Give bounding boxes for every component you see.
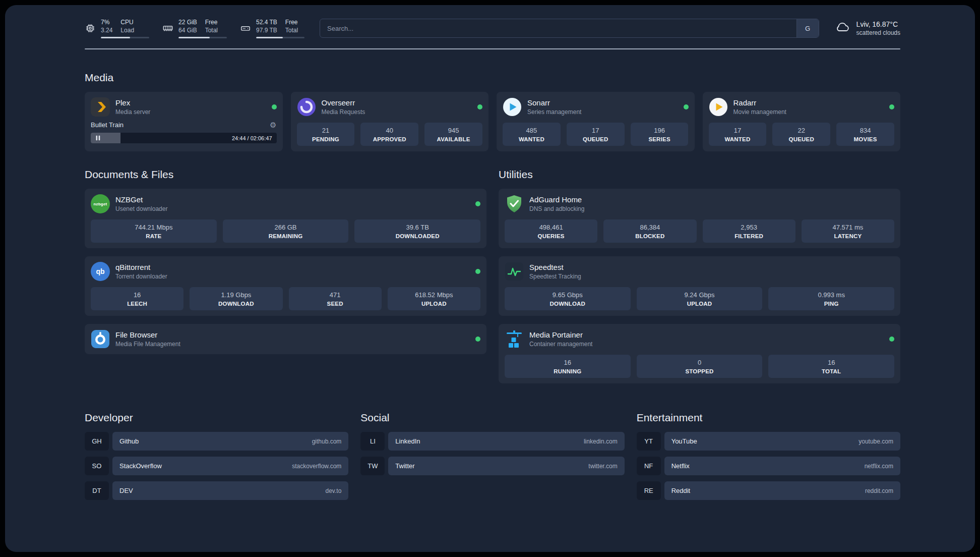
app-card-portainer[interactable]: Media Portainer Container management 16 … (499, 324, 900, 383)
stat-upload: 9.24 Gbps UPLOAD (637, 287, 763, 310)
bookmark-name: Github (119, 437, 139, 445)
bookmark-name: StackOverflow (119, 462, 162, 470)
bookmark-abbr: YT (637, 432, 661, 451)
app-card-filebrowser[interactable]: File Browser Media File Management (85, 324, 486, 354)
bookmark-name: LinkedIn (395, 437, 420, 445)
status-dot (272, 104, 277, 109)
app-name: qBittorrent (115, 263, 167, 271)
app-desc: DNS and adblocking (529, 205, 584, 212)
disk-label: Free (285, 18, 298, 26)
pause-icon[interactable] (95, 135, 101, 141)
seek-bar[interactable]: 24:44 / 02:06:47 (91, 133, 277, 143)
ram-label: Free (205, 18, 218, 26)
now-playing-title: Bullet Train (91, 121, 124, 129)
disk-progress-bar (256, 37, 304, 38)
bookmark-abbr: GH (85, 432, 109, 451)
bookmark-abbr: LI (360, 432, 385, 451)
section-title-documents: Documents & Files (85, 169, 486, 181)
topbar-divider (85, 48, 900, 49)
app-card-radarr[interactable]: Radarr Movie management 17 WANTED 22 QUE… (703, 92, 901, 151)
bookmark-twitter[interactable]: TW Twitter twitter.com (360, 457, 624, 475)
bookmark-name: Reddit (671, 487, 691, 494)
section-utilities: Utilities (499, 169, 900, 383)
stat-approved: 40 APPROVED (360, 123, 418, 146)
bookmark-stackoverflow[interactable]: SO StackOverflow stackoverflow.com (85, 457, 348, 475)
app-card-speedtest[interactable]: Speedtest Speedtest Tracking 9.65 Gbps D… (499, 256, 900, 316)
stat-leech: 16 LEECH (91, 287, 183, 310)
cpu-usage-widget: 7% 3.24 CPU Load (85, 18, 149, 38)
settings-gear-icon[interactable]: ⚙ (270, 121, 276, 129)
cloud-icon (834, 19, 850, 37)
app-desc: Usenet downloader (115, 205, 167, 212)
app-name: Overseerr (322, 98, 365, 107)
stat-seed: 471 SEED (289, 287, 382, 310)
app-desc: Movie management (733, 108, 786, 116)
bookmark-abbr: RE (637, 481, 661, 500)
bookmark-reddit[interactable]: RE Reddit reddit.com (637, 481, 900, 500)
app-name: AdGuard Home (529, 195, 584, 204)
app-card-plex[interactable]: Plex Media server Bullet Train ⚙ (85, 92, 283, 151)
app-name: Radarr (733, 98, 786, 107)
search-engine-button[interactable]: G (797, 19, 819, 37)
stat-movies: 834 MOVIES (836, 123, 894, 146)
filebrowser-icon (91, 329, 110, 349)
app-card-sonarr[interactable]: Sonarr Series management 485 WANTED 17 Q… (497, 92, 695, 151)
stat-queued: 22 QUEUED (772, 123, 830, 146)
stat-filtered: 2,953 FILTERED (703, 219, 795, 243)
plex-icon (91, 97, 110, 117)
bookmark-name: Netflix (671, 462, 690, 470)
bookmark-netflix[interactable]: NF Netflix netflix.com (637, 457, 900, 475)
stat-download: 9.65 Gbps DOWNLOAD (505, 287, 631, 310)
portainer-icon (505, 329, 524, 349)
bookmark-dev[interactable]: DT DEV dev.to (85, 481, 348, 500)
bookmark-youtube[interactable]: YT YouTube youtube.com (637, 432, 900, 451)
stat-rate: 744.21 Mbps RATE (91, 219, 217, 243)
cpu-progress-bar (101, 37, 149, 38)
app-desc: Media Requests (322, 108, 365, 116)
app-desc: Media File Management (115, 341, 180, 348)
speedtest-icon (505, 262, 524, 281)
ram-sublabel: Total (205, 26, 218, 34)
stat-stopped: 0 STOPPED (637, 355, 763, 378)
stat-wanted: 485 WANTED (503, 123, 561, 146)
app-card-overseerr[interactable]: Overseerr Media Requests 21 PENDING 40 A… (291, 92, 489, 151)
bookmark-name: YouTube (671, 437, 697, 445)
app-name: Plex (115, 98, 150, 107)
plex-now-playing: Bullet Train ⚙ 24:44 / 02:06:47 (91, 121, 277, 143)
app-desc: Speedtest Tracking (529, 273, 581, 280)
ram-free-value: 22 GiB (178, 18, 197, 26)
section-title-media: Media (85, 72, 900, 84)
section-title-developer: Developer (85, 412, 348, 424)
ram-usage-widget: 22 GiB 64 GiB Free Total (162, 18, 227, 38)
bookmark-abbr: DT (85, 481, 109, 500)
bookmark-linkedin[interactable]: LI LinkedIn linkedin.com (360, 432, 624, 451)
bookmark-url: youtube.com (859, 438, 893, 445)
bookmark-name: DEV (119, 487, 133, 494)
status-dot (889, 104, 894, 109)
stat-download: 1.19 Gbps DOWNLOAD (190, 287, 282, 310)
app-card-nzbget[interactable]: nzbget NZBGet Usenet downloader 744.21 M… (85, 189, 486, 248)
cpu-icon (85, 23, 96, 34)
weather-condition: scattered clouds (856, 29, 900, 36)
overseerr-icon (297, 97, 316, 117)
app-desc: Torrent downloader (115, 273, 167, 280)
ram-icon (162, 23, 173, 34)
cpu-progress-fill (101, 37, 130, 38)
bookmark-name: Twitter (395, 462, 414, 470)
app-desc: Series management (527, 108, 581, 116)
app-card-qbittorrent[interactable]: qb qBittorrent Torrent downloader 16 LEE… (85, 256, 486, 316)
bookmark-url: github.com (312, 438, 342, 445)
bookmark-abbr: TW (360, 457, 385, 475)
app-desc: Media server (115, 108, 150, 116)
disk-icon (240, 23, 251, 34)
bookmark-url: dev.to (326, 487, 342, 494)
status-dot (475, 337, 480, 342)
app-card-adguard[interactable]: AdGuard Home DNS and adblocking 498,461 … (499, 189, 900, 248)
nzbget-icon: nzbget (91, 194, 110, 213)
search-input[interactable] (320, 19, 819, 38)
section-title-entertainment: Entertainment (637, 412, 900, 424)
bookmark-url: twitter.com (588, 463, 617, 470)
disk-progress-fill (256, 37, 283, 38)
bookmark-github[interactable]: GH Github github.com (85, 432, 348, 451)
bookmark-abbr: NF (637, 457, 661, 475)
